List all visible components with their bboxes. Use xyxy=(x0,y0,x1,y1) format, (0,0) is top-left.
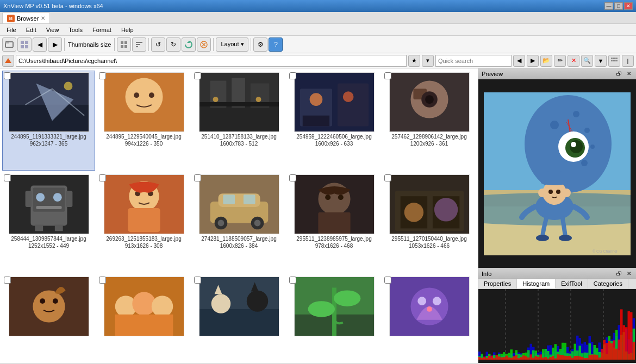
thumbnail-grid[interactable]: 244895_1191333321_large.jpg 962x1347 - 3… xyxy=(0,68,478,363)
svg-point-128 xyxy=(538,189,547,197)
menu-edit[interactable]: Edit xyxy=(22,26,41,34)
svg-point-96 xyxy=(246,290,267,311)
svg-point-83 xyxy=(434,198,457,221)
maximize-button[interactable]: □ xyxy=(614,2,623,10)
thumb-label-7: 274281_1188509057_large.jpg 1600x826 - 3… xyxy=(194,235,284,249)
search-funnel-btn[interactable]: ▼ xyxy=(595,55,607,67)
thumbnail-item-14[interactable] xyxy=(383,275,476,361)
histogram-content xyxy=(478,289,636,363)
svg-point-52 xyxy=(36,193,45,202)
close-button[interactable]: ✕ xyxy=(624,2,633,10)
svg-rect-8 xyxy=(121,45,123,48)
thumb-label-0: 244895_1191333321_large.jpg 962x1347 - 3… xyxy=(4,133,93,147)
thumb-checkbox-0[interactable] xyxy=(4,72,11,79)
rotate-right-btn[interactable]: ↻ xyxy=(166,37,180,52)
thumb-image-2 xyxy=(199,72,279,132)
search-fwd-btn[interactable]: ▶ xyxy=(527,55,539,67)
thumbnail-item-8[interactable]: 295511_1238985975_large.jpg 978x1626 - 4… xyxy=(288,173,381,273)
thumb-label-2: 251410_1287158133_large.jpg 1600x783 - 5… xyxy=(194,133,284,147)
thumb-checkbox-6[interactable] xyxy=(99,174,106,181)
nav-up-btn[interactable] xyxy=(2,55,14,67)
thumbnail-item-5[interactable]: 258444_1309857844_large.jpg 1252x1552 - … xyxy=(2,173,95,273)
thumbnail-item-13[interactable] xyxy=(288,275,381,361)
tab-icon: B xyxy=(7,15,15,22)
thumbnail-item-1[interactable]: 244895_1229540045_large.jpg 994x1226 - 3… xyxy=(97,71,190,171)
settings-btn[interactable]: ⚙ xyxy=(253,37,267,52)
thumb-checkbox-14[interactable] xyxy=(384,277,391,284)
stop-btn[interactable] xyxy=(197,37,211,52)
browser-tab[interactable]: B Browser ✕ xyxy=(2,12,50,23)
thumb-checkbox-4[interactable] xyxy=(384,72,391,79)
view-btn[interactable] xyxy=(17,37,32,52)
thumb-checkbox-10[interactable] xyxy=(4,277,11,284)
tab-properties[interactable]: Properties xyxy=(478,279,517,288)
svg-text:© CG Channel: © CG Channel xyxy=(593,249,618,253)
thumbnail-item-9[interactable]: 295511_1270150440_large.jpg 1053x1626 - … xyxy=(383,173,476,273)
svg-point-70 xyxy=(254,220,260,227)
thumb-checkbox-8[interactable] xyxy=(289,174,296,181)
menu-view[interactable]: View xyxy=(42,26,64,34)
thumbnail-item-0[interactable]: 244895_1191333321_large.jpg 962x1347 - 3… xyxy=(2,71,95,171)
search-edit-btn[interactable]: ✏ xyxy=(554,55,566,67)
dropdown-btn[interactable]: ▾ xyxy=(422,55,434,67)
preview-restore-btn[interactable]: 🗗 xyxy=(615,71,623,77)
thumb-checkbox-5[interactable] xyxy=(4,174,11,181)
thumb-checkbox-7[interactable] xyxy=(194,174,201,181)
thumb-image-1 xyxy=(104,72,184,132)
info-restore-btn[interactable]: 🗗 xyxy=(615,271,623,277)
thumb-image-5 xyxy=(9,174,89,234)
thumbnails-label: Thumbnails size xyxy=(68,41,111,48)
thumb-image-13 xyxy=(294,277,375,336)
info-close-btn[interactable]: ✕ xyxy=(625,271,633,277)
thumbnail-item-2[interactable]: 251410_1287158133_large.jpg 1600x783 - 5… xyxy=(192,71,285,171)
search-input[interactable] xyxy=(435,55,512,67)
thumbnail-item-11[interactable] xyxy=(97,275,190,361)
thumb-checkbox-12[interactable] xyxy=(194,277,201,284)
tab-histogram[interactable]: Histogram xyxy=(517,279,556,288)
refresh-btn[interactable] xyxy=(182,37,196,52)
layout-btn[interactable]: Layout ▾ xyxy=(216,37,248,52)
tab-close-icon[interactable]: ✕ xyxy=(41,15,45,21)
right-panel: Preview 🗗 ✕ xyxy=(478,68,636,363)
thumb-checkbox-2[interactable] xyxy=(194,72,201,79)
tab-categories[interactable]: Categories xyxy=(588,279,628,288)
help-btn[interactable]: ? xyxy=(269,37,283,52)
thumb-checkbox-13[interactable] xyxy=(289,277,296,284)
thumbnail-item-12[interactable] xyxy=(192,275,285,361)
minimize-button[interactable]: — xyxy=(604,2,613,10)
search-filter-btn[interactable]: 🔍 xyxy=(581,55,593,67)
thumbnail-item-3[interactable]: 254959_1222460506_large.jpg 1600x926 - 6… xyxy=(288,71,381,171)
svg-point-105 xyxy=(417,297,426,305)
thumbnail-item-4[interactable]: 257462_1298906142_large.jpg 1200x926 - 3… xyxy=(383,71,476,171)
thumb-label-1: 244895_1229540045_large.jpg 994x1226 - 3… xyxy=(99,133,189,147)
browse-button[interactable] xyxy=(2,37,16,52)
title-text: XnView MP v0.51 beta - windows x64 xyxy=(3,3,103,9)
thumb-checkbox-9[interactable] xyxy=(384,174,391,181)
address-input[interactable] xyxy=(16,55,407,67)
thumbnail-item-6[interactable]: 269263_1251855183_large.jpg 913x1626 - 3… xyxy=(97,173,190,273)
sort-btn[interactable] xyxy=(132,37,146,52)
nav-fwd[interactable]: ▶ xyxy=(48,37,62,52)
star-btn[interactable]: ★ xyxy=(408,55,420,67)
search-clear-btn[interactable]: ✕ xyxy=(568,55,579,67)
search-back-btn[interactable]: ◀ xyxy=(513,55,525,67)
search-open-btn[interactable]: 📂 xyxy=(540,55,552,67)
nav-back[interactable]: ◀ xyxy=(33,37,47,52)
view-toggle-btn[interactable] xyxy=(608,55,620,67)
thumbnail-item-7[interactable]: 274281_1188509057_large.jpg 1600x826 - 3… xyxy=(192,173,285,273)
panel-toggle-btn[interactable]: | xyxy=(622,55,634,67)
thumb-size-btn[interactable] xyxy=(117,37,131,52)
preview-close-btn[interactable]: ✕ xyxy=(625,71,633,77)
svg-point-41 xyxy=(309,93,322,106)
svg-point-132 xyxy=(536,235,549,241)
menu-format[interactable]: Format xyxy=(88,26,116,34)
thumb-checkbox-1[interactable] xyxy=(99,72,106,79)
thumb-checkbox-3[interactable] xyxy=(289,72,296,79)
thumb-checkbox-11[interactable] xyxy=(99,277,106,284)
menu-file[interactable]: File xyxy=(2,26,21,34)
tab-exiftool[interactable]: ExifTool xyxy=(556,279,588,288)
menu-tools[interactable]: Tools xyxy=(64,26,87,34)
rotate-left-btn[interactable]: ↺ xyxy=(151,37,165,52)
thumbnail-item-10[interactable] xyxy=(2,275,95,361)
menu-help[interactable]: Help xyxy=(117,26,138,34)
